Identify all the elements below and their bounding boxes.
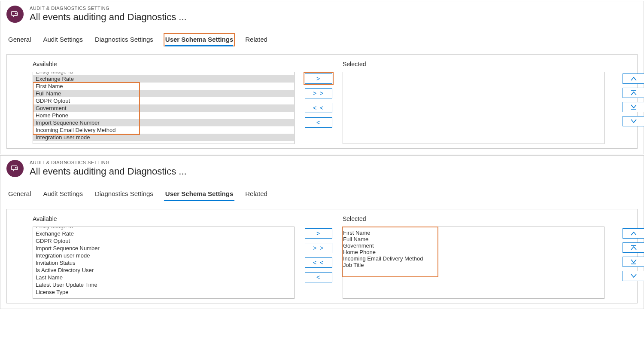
tab-related[interactable]: Related [243, 33, 269, 46]
schema-settings-frame: Available Entity Image Id Exchange Rate … [6, 209, 638, 303]
tab-diagnostics-settings[interactable]: Diagnostics Settings [93, 33, 155, 46]
entity-icon [6, 160, 24, 177]
list-item[interactable]: License Type [33, 288, 294, 296]
available-listbox[interactable]: Entity Image Id Exchange Rate GDPR Optou… [33, 227, 295, 299]
list-item[interactable]: Full Name [343, 236, 604, 242]
list-item[interactable]: Home Phone [343, 249, 604, 255]
list-item[interactable]: Entity Image Id [33, 227, 294, 230]
add-all-button[interactable]: > > [305, 88, 332, 98]
tabs: General Audit Settings Diagnostics Setti… [0, 180, 644, 205]
add-button[interactable]: > [305, 228, 332, 239]
page-title: All events auditing and Diagnostics ... [30, 166, 187, 177]
available-label: Available [33, 215, 295, 222]
tab-user-schema-settings[interactable]: User Schema Settings [164, 187, 235, 201]
mover-buttons: > > > < < < [305, 228, 332, 282]
move-bottom-button[interactable] [623, 257, 644, 267]
list-item[interactable]: Job Title [343, 262, 604, 268]
move-top-button[interactable] [623, 242, 644, 253]
list-item[interactable]: Incoming Email Delivery Method [33, 126, 294, 134]
move-down-button[interactable] [623, 116, 644, 126]
selected-label: Selected [343, 61, 605, 67]
list-item[interactable]: First Name [343, 230, 604, 236]
move-bottom-button[interactable] [623, 102, 644, 112]
svg-point-1 [15, 13, 16, 14]
available-label: Available [33, 61, 295, 67]
available-listbox[interactable]: Entity Image Id Exchange Rate First Name… [33, 72, 295, 144]
header: AUDIT & DIAGNOSTICS SETTING All events a… [0, 1, 644, 25]
remove-all-button[interactable]: < < [305, 103, 332, 113]
list-item[interactable]: Invitation Status [33, 259, 294, 267]
page-title: All events auditing and Diagnostics ... [30, 12, 187, 23]
tab-related[interactable]: Related [243, 187, 269, 201]
list-item[interactable]: Government [343, 242, 604, 249]
list-item[interactable]: Last Name [33, 274, 294, 281]
list-item[interactable]: Home Phone [33, 112, 294, 119]
selected-listbox[interactable] [343, 72, 605, 144]
panel-after: AUDIT & DIAGNOSTICS SETTING All events a… [0, 155, 644, 309]
tabs: General Audit Settings Diagnostics Setti… [0, 25, 644, 50]
tab-general[interactable]: General [6, 33, 33, 46]
tab-audit-settings[interactable]: Audit Settings [41, 33, 85, 46]
mover-buttons: > > > < < < [305, 74, 332, 128]
schema-settings-frame: Available Entity Image Id Exchange Rate … [6, 54, 638, 149]
remove-button[interactable]: < [305, 272, 332, 282]
remove-all-button[interactable]: < < [305, 257, 332, 268]
tab-diagnostics-settings[interactable]: Diagnostics Settings [93, 187, 155, 201]
selected-label: Selected [343, 215, 605, 222]
list-item[interactable]: Integration user mode [33, 134, 294, 141]
list-item[interactable]: Import Sequence Number [33, 119, 294, 126]
list-item[interactable]: Exchange Rate [33, 75, 294, 83]
breadcrumb: AUDIT & DIAGNOSTICS SETTING [30, 6, 187, 11]
list-item[interactable]: Latest User Update Time [33, 281, 294, 288]
add-all-button[interactable]: > > [305, 243, 332, 253]
move-top-button[interactable] [623, 88, 644, 98]
list-item[interactable]: Entity Image Id [33, 72, 294, 75]
list-item[interactable]: Is Active Directory User [33, 267, 294, 274]
move-up-button[interactable] [623, 74, 644, 84]
list-item[interactable]: Government [33, 104, 294, 112]
move-up-button[interactable] [623, 228, 644, 239]
header: AUDIT & DIAGNOSTICS SETTING All events a… [0, 156, 644, 180]
list-item[interactable]: Full Name [33, 90, 294, 97]
tab-audit-settings[interactable]: Audit Settings [41, 187, 85, 201]
svg-point-5 [15, 167, 16, 168]
order-buttons [623, 74, 644, 126]
list-item[interactable]: GDPR Optout [33, 237, 294, 245]
order-buttons [623, 228, 644, 281]
move-down-button[interactable] [623, 271, 644, 281]
breadcrumb: AUDIT & DIAGNOSTICS SETTING [30, 160, 187, 165]
list-item[interactable]: Import Sequence Number [33, 245, 294, 252]
remove-button[interactable]: < [305, 117, 332, 128]
tab-general[interactable]: General [6, 187, 33, 201]
panel-before: AUDIT & DIAGNOSTICS SETTING All events a… [0, 1, 644, 154]
list-item[interactable]: Integration user mode [33, 252, 294, 259]
list-item[interactable]: Exchange Rate [33, 230, 294, 237]
list-item[interactable]: Incoming Email Delivery Method [343, 255, 604, 262]
selected-listbox[interactable]: First Name Full Name Government Home Pho… [343, 227, 605, 299]
add-button[interactable]: > [305, 74, 332, 84]
tab-user-schema-settings[interactable]: User Schema Settings [164, 33, 235, 46]
entity-icon [6, 6, 24, 23]
list-item[interactable]: GDPR Optout [33, 97, 294, 104]
list-item[interactable]: First Name [33, 83, 294, 90]
